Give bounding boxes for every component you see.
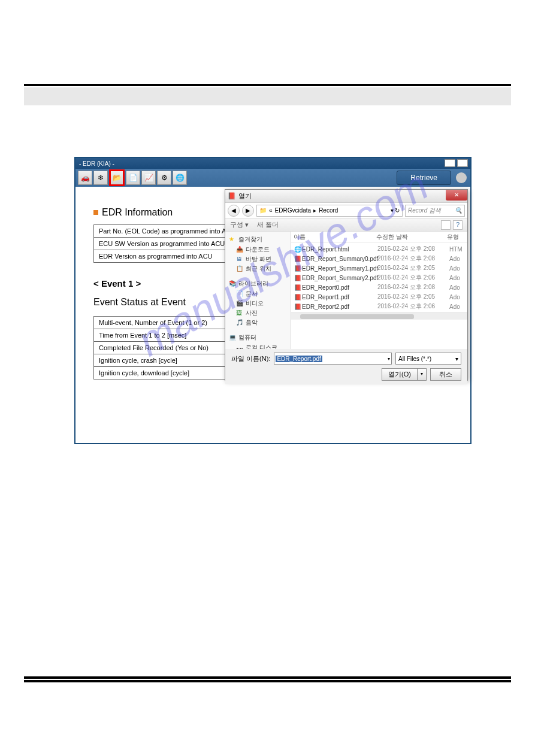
retrieve-button[interactable]: Retrieve [397, 171, 451, 185]
app-titlebar: - EDR (KIA) - — ✕ [75, 158, 470, 169]
open-button[interactable]: 열기(O) ▾ [382, 368, 427, 381]
folder-icon: 📁 [259, 207, 267, 214]
sidebar-item-desktop[interactable]: 🖥바탕 화면 [225, 254, 291, 264]
section-title-text: EDR Information [102, 207, 173, 218]
bullet-icon [93, 210, 98, 215]
lock-icon [456, 172, 467, 183]
new-folder-button[interactable]: 새 폴더 [257, 220, 279, 229]
sidebar-item-music[interactable]: 🎵음악 [225, 318, 291, 327]
dialog-close-button[interactable]: ✕ [446, 190, 467, 201]
search-icon: 🔍 [455, 207, 462, 214]
chevron-down-icon: ▾ [455, 356, 458, 362]
breadcrumb-dropdown-icon[interactable]: ▾ [391, 207, 394, 214]
refresh-icon[interactable]: ↻ [395, 207, 400, 214]
pdf-icon: 📕 [294, 303, 302, 310]
file-list-header[interactable]: 이름 수정한 날짜 유형 [291, 232, 467, 243]
pdf-icon: 📕 [294, 294, 302, 300]
sidebar-computer[interactable]: 💻컴퓨터 [225, 332, 291, 343]
dialog-bottom: 파일 이름(N): EDR_Report.pdf ▾ All Files (*.… [225, 349, 467, 384]
sidebar-item-local-disk[interactable]: 💾로컬 디스크 (C:) [225, 343, 291, 349]
page-divider-bottom [0, 676, 535, 682]
app-toolbar: 🚗 ❄ 📂 📄 📈 ⚙ 🌐 Retrieve [75, 169, 470, 187]
sidebar-item-videos[interactable]: 🎬비디오 [225, 299, 291, 308]
file-row[interactable]: 📕EDR_Report2.pdf2016-02-24 오후 2:06Ado [291, 302, 467, 311]
file-open-dialog: 📕 열기 ✕ ◀ ▶ 📁 « EDRGvcidata ▸ Record ▾ ↻ … [225, 189, 468, 381]
sidebar-item-recent[interactable]: 📋최근 위치 [225, 264, 291, 274]
toolbar-open-folder-icon[interactable]: 📂 [109, 169, 125, 186]
view-mode-icon[interactable] [441, 220, 451, 230]
breadcrumb[interactable]: 📁 « EDRGvcidata ▸ Record ▾ ↻ [256, 205, 403, 217]
html-icon: 🌐 [294, 246, 302, 253]
cancel-button[interactable]: 취소 [430, 368, 461, 381]
search-input[interactable]: Record 검색 🔍 [405, 205, 465, 217]
sidebar-favorites[interactable]: ★즐겨찾기 [225, 234, 291, 245]
dialog-title: 열기 [238, 192, 252, 201]
file-filter-dropdown[interactable]: All Files (*.*)▾ [395, 353, 461, 365]
sidebar-item-documents[interactable]: 📄문서 [225, 289, 291, 299]
toolbar-snow-icon[interactable]: ❄ [93, 171, 108, 185]
pdf-icon: 📕 [294, 265, 302, 272]
nav-forward-button[interactable]: ▶ [242, 205, 254, 217]
help-icon[interactable]: ? [453, 220, 463, 230]
sidebar-item-pictures[interactable]: 🖼사진 [225, 308, 291, 318]
app-title: - EDR (KIA) - [79, 160, 114, 167]
toolbar-globe-icon[interactable]: 🌐 [173, 171, 187, 185]
filename-label: 파일 이름(N): [231, 354, 270, 363]
sidebar-item-downloads[interactable]: 📥다운로드 [225, 245, 291, 254]
page-divider-top [0, 84, 535, 107]
pdf-icon: 📕 [294, 256, 302, 262]
filename-input[interactable]: EDR_Report.pdf ▾ [274, 353, 392, 365]
toolbar-gear-icon[interactable]: ⚙ [157, 171, 171, 185]
toolbar-graph-icon[interactable]: 📈 [141, 171, 156, 185]
pdf-icon: 📕 [294, 275, 302, 281]
toolbar-pdf-icon[interactable]: 📄 [126, 171, 140, 185]
toolbar-car-icon[interactable]: 🚗 [78, 171, 92, 185]
chevron-down-icon[interactable]: ▾ [388, 356, 390, 362]
file-row[interactable]: 📕EDR_Report_Summary1.pdf2016-02-24 오후 2:… [291, 263, 467, 273]
file-row[interactable]: 🌐EDR_Report.html2016-02-24 오후 2:08HTM [291, 244, 467, 254]
dialog-sidebar: ★즐겨찾기 📥다운로드 🖥바탕 화면 📋최근 위치 📚라이브러리 📄문서 🎬비디… [225, 232, 291, 349]
file-list: 이름 수정한 날짜 유형 🌐EDR_Report.html2016-02-24 … [291, 232, 467, 349]
dialog-menubar: 구성 ▾ 새 폴더 ? [225, 218, 467, 232]
folder-icon: 📕 [228, 192, 236, 200]
dialog-nav-bar: ◀ ▶ 📁 « EDRGvcidata ▸ Record ▾ ↻ Record … [225, 203, 467, 218]
dialog-titlebar: 📕 열기 ✕ [225, 190, 467, 203]
nav-back-button[interactable]: ◀ [228, 205, 240, 217]
organize-menu[interactable]: 구성 ▾ [230, 220, 249, 229]
pdf-icon: 📕 [294, 284, 302, 291]
sidebar-libraries[interactable]: 📚라이브러리 [225, 278, 291, 289]
file-row[interactable]: 📕EDR_Report1.pdf2016-02-24 오후 2:05Ado [291, 292, 467, 302]
horizontal-scrollbar[interactable] [291, 312, 467, 320]
minimize-button[interactable]: — [445, 159, 455, 167]
close-button[interactable]: ✕ [457, 159, 468, 167]
file-row[interactable]: 📕EDR_Report0.pdf2016-02-24 오후 2:08Ado [291, 283, 467, 292]
file-row[interactable]: 📕EDR_Report_Summary2.pdf2016-02-24 오후 2:… [291, 273, 467, 283]
chevron-down-icon: ▾ [417, 368, 427, 381]
file-row[interactable]: 📕EDR_Report_Summary0.pdf2016-02-24 오후 2:… [291, 254, 467, 263]
